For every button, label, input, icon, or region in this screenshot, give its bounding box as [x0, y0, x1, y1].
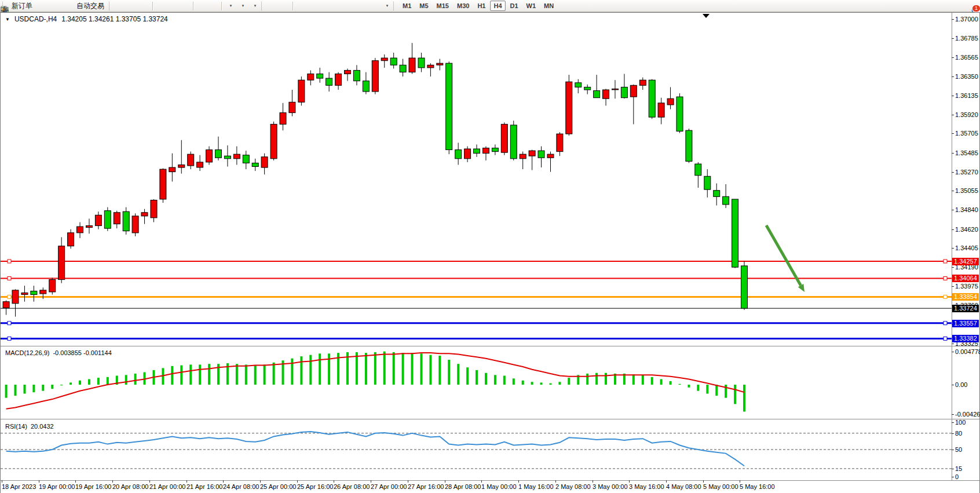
time-tick	[408, 480, 408, 483]
line-handle[interactable]	[8, 337, 11, 340]
hline-object-1.33854[interactable]	[1, 295, 952, 298]
macd-name: MACD(12,26,9)	[5, 349, 49, 356]
time-tick-label: 2 May 08:00	[555, 483, 591, 490]
candle	[160, 169, 166, 203]
cursor-button[interactable]	[266, 1, 279, 12]
macd-panel[interactable]	[1, 347, 952, 419]
market-button[interactable]	[36, 1, 48, 12]
line-handle[interactable]	[944, 276, 947, 280]
macd-bar	[632, 374, 635, 385]
candle	[58, 237, 65, 283]
line-chart-button[interactable]	[138, 1, 151, 12]
line-handle[interactable]	[8, 322, 11, 325]
candle	[261, 154, 268, 175]
shapes-button[interactable]: ▼	[380, 1, 392, 12]
macd-bar	[457, 364, 459, 385]
chart-shift-marker[interactable]	[703, 14, 710, 18]
hline-object-1.34064[interactable]	[1, 276, 952, 280]
down-arrow-annotation[interactable]	[766, 225, 805, 292]
hline-object-1.34257[interactable]	[1, 260, 952, 263]
line-handle[interactable]	[8, 295, 11, 298]
candle	[695, 162, 701, 188]
macd-bar	[550, 384, 552, 385]
macd-bar	[24, 385, 26, 394]
timeframe-M30[interactable]: M30	[454, 1, 473, 11]
time-tick	[629, 480, 630, 483]
candle	[206, 147, 213, 165]
timeframe-M15[interactable]: M15	[433, 1, 452, 11]
time-tick	[187, 480, 187, 483]
line-handle[interactable]	[944, 295, 947, 298]
crosshair-button[interactable]	[279, 1, 291, 12]
periods-button[interactable]: ▼	[236, 1, 248, 12]
vertical-line-button[interactable]	[295, 1, 307, 12]
channel-button[interactable]: E	[331, 1, 343, 12]
rsi-panel[interactable]	[1, 421, 952, 480]
candle	[418, 53, 425, 72]
candle	[584, 85, 591, 94]
timeframe-M5[interactable]: M5	[416, 1, 432, 11]
candle	[289, 90, 295, 116]
text-button[interactable]: A	[356, 1, 368, 12]
main-chart[interactable]	[1, 13, 952, 346]
line-handle[interactable]	[944, 322, 947, 325]
chevron-down-icon: ▼	[386, 4, 389, 8]
timeframe-W1[interactable]: W1	[523, 1, 540, 11]
time-tick-label: 4 May 08:00	[666, 483, 701, 490]
toolbar-grip	[261, 2, 265, 10]
time-tick-label: 1 May 16:00	[518, 483, 554, 490]
axis-tick	[952, 57, 954, 58]
candle	[630, 85, 637, 125]
candle	[649, 79, 655, 119]
indicators-button[interactable]: ▼	[224, 1, 236, 12]
quick-trade-toggle-icon[interactable]: ▼	[5, 17, 10, 22]
hline-object-1.33557[interactable]	[1, 322, 952, 325]
horizontal-line-button[interactable]	[307, 1, 319, 12]
zoom-in-button[interactable]	[155, 1, 167, 12]
candle	[114, 211, 120, 229]
text-label-button[interactable]: T	[368, 1, 380, 12]
line-handle[interactable]	[8, 276, 11, 280]
auto-trading-button[interactable]: 自动交易	[72, 1, 108, 12]
hline-object-1.33382[interactable]	[1, 337, 952, 340]
tile-windows-button[interactable]	[179, 1, 191, 12]
time-tick-label: 27 Apr 16:00	[408, 483, 444, 490]
timeframe-H1[interactable]: H1	[474, 1, 489, 11]
bar-chart-button[interactable]	[114, 1, 126, 12]
macd-bar	[32, 385, 35, 392]
templates-button[interactable]: ▼	[248, 1, 260, 12]
line-handle[interactable]	[944, 260, 947, 263]
toolbar-grip	[393, 2, 397, 10]
rsi-value: 20.0432	[31, 423, 54, 430]
line-handle[interactable]	[8, 260, 11, 263]
timeframe-D1[interactable]: D1	[507, 1, 522, 11]
macd-bar	[522, 381, 524, 385]
candlestick-chart-button[interactable]	[126, 1, 138, 12]
signals-button[interactable]	[60, 1, 72, 12]
macd-bar	[697, 385, 699, 391]
candle	[547, 152, 554, 172]
line-handle[interactable]	[944, 337, 947, 340]
candle	[21, 286, 28, 302]
time-tick-label: 19 Apr 16:00	[75, 483, 111, 490]
zoom-out-button[interactable]	[167, 1, 179, 12]
time-tick	[223, 480, 224, 483]
candle	[77, 222, 83, 238]
chart-title: ▼ USDCAD-,H4 1.34205 1.34261 1.33705 1.3…	[5, 15, 168, 23]
axis-tick	[952, 153, 954, 154]
time-tick-label: 21 Apr 00:00	[149, 483, 185, 490]
price-line-badge: 1.34064	[952, 275, 979, 282]
timeframe-MN[interactable]: MN	[540, 1, 557, 11]
time-tick	[518, 480, 519, 483]
community-button[interactable]	[48, 1, 60, 12]
axis-tick	[952, 352, 954, 352]
timeframe-M1[interactable]: M1	[399, 1, 415, 11]
macd-bar	[264, 364, 266, 385]
chart-shift-button[interactable]	[207, 1, 220, 12]
fibonacci-button[interactable]: F	[343, 1, 356, 12]
new-order-button[interactable]: 新订单	[8, 1, 36, 12]
price-tick-label: 1.35920	[955, 111, 978, 118]
auto-scroll-button[interactable]	[195, 1, 207, 12]
trendline-button[interactable]	[319, 1, 331, 12]
timeframe-H4[interactable]: H4	[490, 1, 505, 11]
